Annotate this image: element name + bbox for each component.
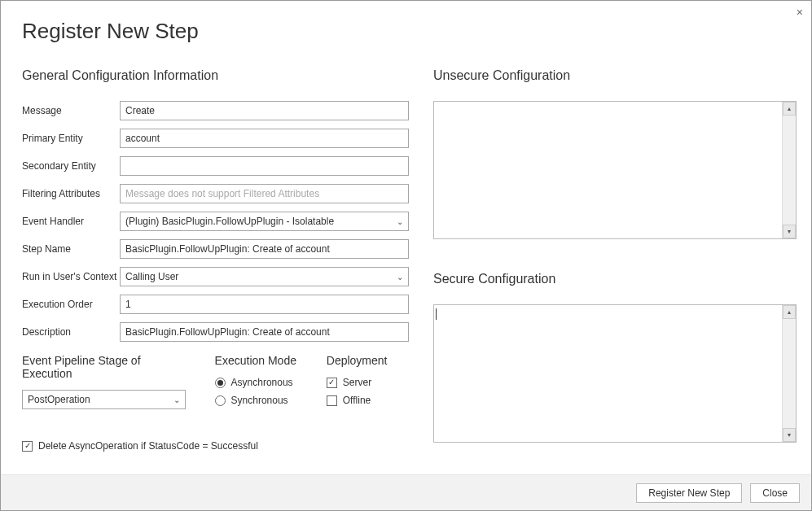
execution-mode-heading: Execution Mode [215,354,297,367]
close-icon[interactable]: × [797,6,803,19]
asynchronous-radio[interactable]: Asynchronous [215,377,297,388]
secure-heading: Secure Configuration [433,272,797,286]
delete-async-label: Delete AsyncOperation if StatusCode = Su… [38,440,258,452]
offline-checkbox[interactable]: Offline [327,395,409,406]
unsecure-heading: Unsecure Configuration [433,68,797,83]
primary-entity-input[interactable] [120,129,409,148]
delete-async-checkbox[interactable]: ✓ Delete AsyncOperation if StatusCode = … [22,440,409,452]
chevron-down-icon: ⌄ [397,217,403,226]
pipeline-stage-select[interactable]: PostOperation ⌄ [22,390,186,409]
unsecure-config-textarea[interactable] [434,102,782,238]
filtering-attributes-input[interactable] [120,184,409,203]
secondary-entity-label: Secondary Entity [22,160,120,172]
secondary-entity-input[interactable] [120,156,409,176]
chevron-down-icon: ⌄ [173,395,180,404]
radio-icon [215,378,226,388]
scrollbar[interactable]: ▴ ▾ [782,102,796,238]
radio-icon [215,395,226,406]
close-button[interactable]: Close [750,483,800,503]
deployment-heading: Deployment [327,354,409,367]
execution-order-label: Execution Order [22,299,120,310]
message-input[interactable] [120,101,409,120]
checkbox-icon [327,395,337,406]
filtering-attributes-label: Filtering Attributes [22,188,120,199]
pipeline-heading: Event Pipeline Stage of Execution [22,354,186,380]
secure-config-textarea[interactable] [434,305,782,442]
event-handler-label: Event Handler [22,216,120,227]
general-heading: General Configuration Information [22,68,409,83]
description-label: Description [22,326,120,338]
synchronous-radio[interactable]: Synchronous [215,395,297,406]
chevron-down-icon: ⌄ [397,273,403,282]
scroll-up-icon[interactable]: ▴ [783,305,796,319]
scrollbar[interactable]: ▴ ▾ [782,305,796,442]
step-name-input[interactable] [120,239,409,259]
primary-entity-label: Primary Entity [22,133,120,144]
execution-order-input[interactable] [120,295,409,314]
event-handler-select[interactable]: (Plugin) BasicPlugin.FollowUpPlugin - Is… [120,212,409,231]
register-new-step-button[interactable]: Register New Step [636,483,742,503]
scroll-up-icon[interactable]: ▴ [783,102,796,116]
checkbox-icon: ✓ [327,378,337,388]
checkbox-icon: ✓ [22,441,33,452]
offline-label: Offline [343,395,371,406]
description-input[interactable] [120,322,409,342]
step-name-label: Step Name [22,243,120,255]
run-context-label: Run in User's Context [22,271,120,282]
synchronous-label: Synchronous [231,395,288,406]
event-handler-value: (Plugin) BasicPlugin.FollowUpPlugin - Is… [125,216,334,227]
run-context-select[interactable]: Calling User ⌄ [120,267,409,286]
asynchronous-label: Asynchronous [231,377,293,388]
pipeline-stage-value: PostOperation [28,394,90,405]
server-checkbox[interactable]: ✓ Server [327,377,409,388]
scroll-down-icon[interactable]: ▾ [783,428,796,442]
dialog-footer: Register New Step Close [1,474,811,510]
run-context-value: Calling User [125,271,178,282]
dialog-title: Register New Step [1,1,811,44]
server-label: Server [343,377,371,388]
scroll-down-icon[interactable]: ▾ [783,225,796,238]
message-label: Message [22,105,120,116]
